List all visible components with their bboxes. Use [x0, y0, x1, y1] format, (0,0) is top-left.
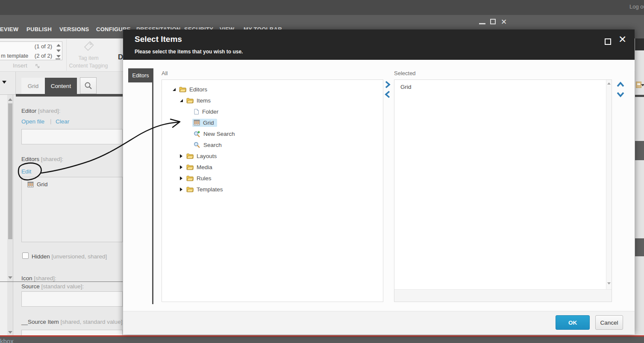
search-button[interactable] [80, 77, 97, 94]
tree-item-templates[interactable]: Templates [162, 184, 383, 195]
open-file-link[interactable]: Open file [21, 118, 44, 125]
tree-item-rules[interactable]: Rules [162, 173, 383, 184]
selected-tree-node[interactable]: Grid [192, 119, 217, 127]
move-right-icon[interactable] [384, 80, 391, 89]
dialog-tab-rail [152, 68, 153, 304]
background-strip-dark [635, 38, 644, 50]
item-tree[interactable]: Editors Items Folder Grid New Search Sea… [162, 79, 383, 302]
tab-underline-bar [16, 94, 123, 97]
menu-item-review[interactable]: EVIEW [0, 26, 18, 32]
icon-field-label: Icon [shared]: [21, 274, 56, 282]
source-field-input[interactable] [21, 291, 123, 307]
tree-item-media[interactable]: Media [162, 161, 383, 173]
hidden-checkbox[interactable] [22, 252, 29, 259]
panel-splitter[interactable] [0, 281, 123, 282]
dialog-maximize-icon[interactable] [605, 38, 611, 45]
background-strip-block [635, 238, 644, 256]
grid-icon [27, 182, 34, 188]
spinner-up-icon[interactable] [56, 44, 61, 47]
clear-link[interactable]: Clear [56, 118, 69, 125]
top-app-bar [0, 0, 644, 15]
move-down-icon[interactable] [616, 90, 625, 99]
menu-item-versions[interactable]: VERSIONS [59, 26, 89, 32]
background-strip-line [635, 95, 644, 97]
selected-scrollbar-track[interactable] [606, 80, 612, 289]
insert-group-label: Insert [13, 62, 27, 69]
logout-link[interactable]: Log out [629, 3, 644, 10]
selected-item-grid[interactable]: Grid [400, 84, 412, 90]
dialog-tab-editors[interactable]: Editors [128, 68, 153, 82]
content-tagging-group-label: Content Tagging [68, 63, 109, 69]
version-count-top: (1 of 2) [25, 43, 52, 50]
dialog-footer: OK Cancel [123, 311, 635, 334]
folder-icon [186, 153, 194, 159]
tag-item-button[interactable]: Tag item [74, 55, 103, 61]
tree-item-search[interactable]: Search [162, 139, 383, 150]
scrollbar-down-icon[interactable] [607, 282, 611, 284]
editors-list-item-grid[interactable]: Grid [27, 181, 48, 188]
folder-icon [186, 186, 194, 192]
tag-icon[interactable] [83, 40, 95, 52]
edit-link[interactable]: Edit [21, 168, 31, 175]
select-items-dialog: Select Items Please select the items tha… [123, 29, 635, 334]
spinner-last-bar [56, 59, 60, 59]
source-field-label: Source [standard value]: [21, 282, 84, 290]
tree-item-layouts[interactable]: Layouts [162, 150, 383, 161]
source-item-field-label: __Source Item [shared, standard value]: [21, 318, 124, 325]
expanded-twisty-icon[interactable] [178, 98, 184, 103]
tree-item-new-search[interactable]: New Search [162, 128, 383, 139]
document-icon [194, 108, 199, 115]
tree-item-grid[interactable]: Grid [162, 117, 383, 128]
editors-listbox[interactable]: Grid [21, 177, 123, 242]
tab-grid[interactable]: Grid [21, 78, 45, 94]
search-icon [194, 142, 200, 148]
tree-item-folder[interactable]: Folder [162, 106, 383, 117]
scrollbar-thumb[interactable] [8, 103, 12, 239]
scrollbar-down-icon[interactable] [8, 276, 12, 279]
dialog-title: Select Items [135, 35, 182, 44]
background-dropdown-icon [641, 84, 644, 86]
collapsed-twisty-icon[interactable] [178, 153, 184, 159]
folder-icon [186, 175, 194, 181]
menu-item-publish[interactable]: PUBLISH [26, 26, 52, 32]
tree-item-items[interactable]: Items [162, 95, 383, 106]
editor-field-label: Editor [shared]: [21, 107, 61, 114]
new-search-icon [194, 131, 200, 137]
panel-gutter [0, 95, 7, 336]
link-separator: | [50, 118, 52, 124]
window-minimize-icon[interactable] [479, 23, 485, 24]
folder-icon [179, 86, 186, 92]
tree-item-editors[interactable]: Editors [162, 84, 383, 95]
collapsed-twisty-icon[interactable] [178, 176, 184, 181]
dialog-subtitle: Please select the items that you wish to… [135, 49, 243, 55]
ok-button[interactable]: OK [556, 315, 590, 330]
partial-ribbon-button[interactable]: D [118, 53, 123, 62]
panel-dropdown-icon[interactable] [2, 81, 6, 84]
hidden-field-label: Hidden [unversioned, shared] [32, 252, 107, 260]
selected-items-list[interactable]: Grid [394, 79, 612, 302]
editor-field-input[interactable] [21, 129, 123, 144]
spinner-last-icon[interactable] [56, 55, 61, 58]
cancel-button[interactable]: Cancel [595, 315, 623, 330]
scrollbar-down-icon-2[interactable] [8, 331, 12, 334]
move-up-icon[interactable] [616, 80, 625, 89]
move-left-icon[interactable] [384, 90, 391, 99]
scrollbar-up-icon[interactable] [607, 82, 611, 85]
expanded-twisty-icon[interactable] [171, 87, 177, 92]
source-item-field-input[interactable] [21, 330, 123, 336]
collapsed-twisty-icon[interactable] [178, 187, 184, 192]
window-maximize-icon[interactable] [490, 19, 496, 24]
collapsed-twisty-icon[interactable] [178, 164, 184, 170]
folder-icon [186, 97, 194, 103]
ribbon-separator [66, 39, 67, 71]
editors-field-label: Editors [shared]: [21, 155, 63, 163]
search-icon [84, 82, 93, 90]
scrollbar-up-icon[interactable] [8, 98, 12, 101]
tab-content[interactable]: Content [45, 78, 77, 94]
window-close-icon[interactable]: ✕ [501, 18, 507, 26]
dialog-launcher-icon[interactable] [35, 64, 40, 69]
spinner-down-icon[interactable] [56, 50, 61, 52]
grid-icon [194, 120, 200, 126]
folder-icon [186, 164, 194, 170]
dialog-close-icon[interactable]: ✕ [618, 35, 626, 44]
